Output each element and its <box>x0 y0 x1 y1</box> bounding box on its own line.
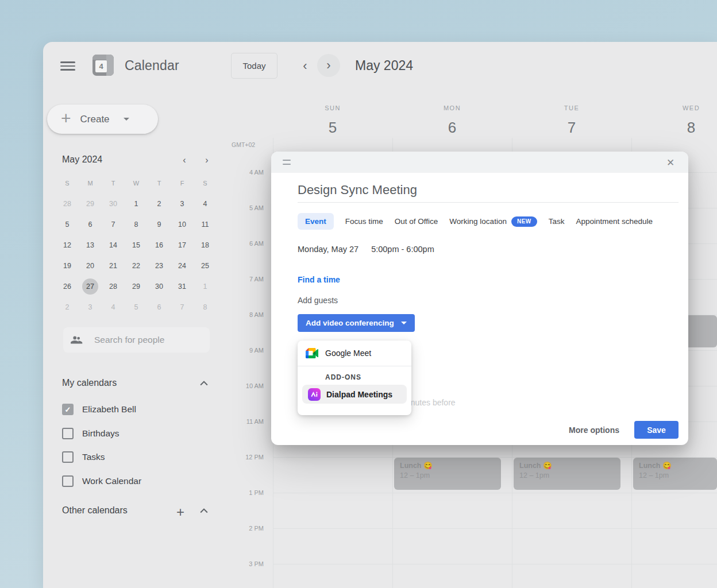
tab-working-location[interactable]: Working locationNEW <box>449 216 537 227</box>
calendar-list-item[interactable]: Work Calendar <box>62 474 229 488</box>
event-title: Lunch 😋 <box>639 461 711 470</box>
calendar-list-item[interactable]: ✓Elizabeth Bell <box>62 403 229 416</box>
grid-hline <box>273 564 717 564</box>
calendar-event[interactable]: Lunch 😋12 – 1pm <box>514 458 620 490</box>
people-icon <box>70 334 83 346</box>
main-menu-icon[interactable] <box>60 59 75 73</box>
tab-event[interactable]: Event <box>298 213 334 230</box>
day-header[interactable]: WED8 <box>631 105 717 137</box>
mini-day-cell[interactable]: 23 <box>148 256 171 276</box>
search-people-input[interactable] <box>94 335 198 345</box>
calendar-label: Elizabeth Bell <box>82 404 136 415</box>
weekday-label: WED <box>631 105 717 111</box>
grid-hline <box>273 528 717 529</box>
more-options-button[interactable]: More options <box>569 425 619 435</box>
calendar-logo[interactable]: 4 <box>92 55 114 76</box>
addons-section-label: ADD-ONS <box>298 366 411 385</box>
mini-day-cell[interactable]: 8 <box>125 214 148 235</box>
mini-calendar-title: May 2024 <box>62 154 102 165</box>
day-header[interactable]: SUN5 <box>273 105 392 137</box>
app-title: Calendar <box>125 58 179 74</box>
hour-label: 10 AM <box>43 382 264 389</box>
hour-label: 9 AM <box>43 347 264 354</box>
hour-label: 1 PM <box>43 489 264 496</box>
day-header[interactable]: MON6 <box>392 105 512 137</box>
video-conferencing-menu: Google Meet ADD-ONS Dialpad Meetings <box>298 341 411 415</box>
tab-focus-time[interactable]: Focus time <box>345 217 383 226</box>
mini-day-cell[interactable]: 7 <box>102 214 125 235</box>
add-other-calendar-button[interactable]: + <box>174 504 187 517</box>
today-button[interactable]: Today <box>231 53 277 79</box>
mini-weekday-label: M <box>79 173 102 194</box>
event-editor-dialog: ✕ Design Sync Meeting EventFocus timeOut… <box>271 152 688 445</box>
hour-label: 7 AM <box>43 276 264 283</box>
checkbox[interactable] <box>62 475 74 487</box>
google-meet-icon <box>306 347 318 359</box>
dialog-tabs: EventFocus timeOut of OfficeWorking loca… <box>298 213 653 230</box>
hour-label: 8 AM <box>43 311 264 318</box>
mini-day-cell[interactable]: 5 <box>56 214 79 235</box>
mini-weekday-label: F <box>171 173 194 194</box>
grid-hline <box>273 493 717 493</box>
hour-label: 12 PM <box>43 454 264 461</box>
menu-item-google-meet[interactable]: Google Meet <box>298 341 411 366</box>
dialpad-icon <box>308 388 321 401</box>
mini-day-cell[interactable]: 24 <box>171 256 194 276</box>
mini-day-cell[interactable]: 25 <box>194 256 217 276</box>
calendar-event[interactable]: Lunch 😋12 – 1pm <box>394 458 501 490</box>
mini-day-cell[interactable]: 11 <box>194 214 217 235</box>
mini-calendar-prev-button[interactable]: ‹ <box>179 154 190 166</box>
event-time: 12 – 1pm <box>519 471 615 479</box>
tab-task[interactable]: Task <box>549 217 565 226</box>
mini-day-cell[interactable]: 9 <box>148 214 171 235</box>
calendar-label: Work Calendar <box>82 476 141 486</box>
other-calendars-collapse-icon[interactable] <box>198 505 210 517</box>
event-title: Lunch 😋 <box>400 461 495 470</box>
day-number: 8 <box>631 119 717 137</box>
tab-out-of-office[interactable]: Out of Office <box>395 217 438 226</box>
mini-weekday-label: S <box>56 173 79 194</box>
hour-label: 3 PM <box>43 560 264 567</box>
chevron-down-icon <box>401 322 407 324</box>
menu-item-dialpad-meetings[interactable]: Dialpad Meetings <box>302 385 407 404</box>
add-video-conferencing-button[interactable]: Add video conferencing <box>298 314 415 332</box>
mini-day-cell[interactable]: 22 <box>125 256 148 276</box>
dialog-drag-bar[interactable]: ✕ <box>271 152 688 173</box>
close-icon[interactable]: ✕ <box>664 156 677 169</box>
mini-weekday-label: W <box>125 173 148 194</box>
hour-label: 11 AM <box>43 418 264 425</box>
checkbox[interactable] <box>62 428 74 439</box>
save-button[interactable]: Save <box>634 421 679 439</box>
add-guests-field[interactable]: Add guests <box>298 296 338 305</box>
day-number: 6 <box>392 119 512 137</box>
calendar-label: Birthdays <box>82 428 119 439</box>
new-badge: NEW <box>511 216 537 227</box>
find-a-time-link[interactable]: Find a time <box>298 275 340 284</box>
event-time: 12 – 1pm <box>400 471 495 479</box>
event-title-input[interactable]: Design Sync Meeting <box>298 183 417 198</box>
hour-label: 5 AM <box>43 204 264 211</box>
timezone-label: GMT+02 <box>232 141 264 148</box>
event-datetime[interactable]: Monday, May 275:00pm - 6:00pm <box>298 245 434 254</box>
day-header[interactable]: TUE7 <box>512 105 631 137</box>
prev-week-button[interactable]: ‹ <box>298 59 312 72</box>
drag-handle-icon[interactable] <box>283 160 291 165</box>
calendar-logo-day: 4 <box>95 60 107 72</box>
mini-day-cell[interactable]: 19 <box>56 256 79 276</box>
calendar-event[interactable]: Lunch 😋12 – 1pm <box>633 458 717 490</box>
mini-day-cell[interactable]: 20 <box>79 256 102 276</box>
mini-day-cell[interactable]: 21 <box>102 256 125 276</box>
mini-day-cell[interactable]: 10 <box>171 214 194 235</box>
create-button[interactable]: + Create <box>47 105 158 134</box>
mini-calendar-next-button[interactable]: › <box>201 154 213 166</box>
calendar-list-item[interactable]: Birthdays <box>62 427 229 440</box>
plus-icon: + <box>61 110 71 127</box>
next-week-button[interactable]: › <box>317 54 340 77</box>
mini-weekday-label: T <box>148 173 171 194</box>
tab-appointment-schedule[interactable]: Appointment schedule <box>576 217 653 226</box>
mini-day-cell[interactable]: 6 <box>79 214 102 235</box>
checkbox[interactable]: ✓ <box>62 404 74 415</box>
event-time[interactable]: 5:00pm - 6:00pm <box>371 245 434 254</box>
mini-weekday-label: T <box>102 173 125 194</box>
event-date[interactable]: Monday, May 27 <box>298 245 358 254</box>
